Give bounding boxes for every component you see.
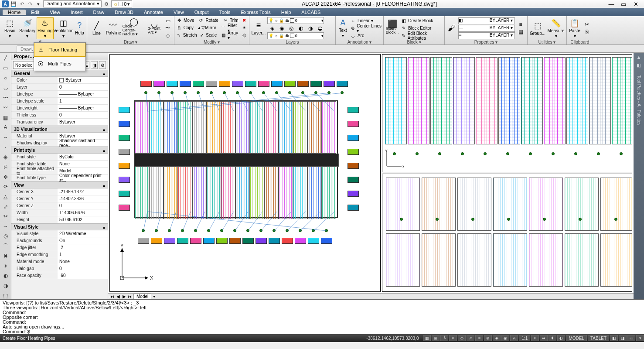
maximize-button[interactable]: ▭ (619, 1, 628, 7)
workspace-selector[interactable]: Drafting and Annotation ▾ (43, 0, 102, 7)
multi-pipes-item[interactable]: ⦿Multi Pipes (34, 57, 85, 71)
fillet-icon[interactable]: ⌒ (220, 25, 227, 31)
polar-toggle-icon[interactable]: ✶ (449, 335, 457, 341)
strip-icon[interactable]: ◧ (637, 62, 641, 68)
snap-toggle-icon[interactable]: ▦ (423, 335, 431, 341)
panel-btn-icon[interactable]: ⚙ (99, 61, 106, 69)
tool-dim-icon[interactable]: ↔ (2, 134, 10, 141)
help-button[interactable]: ?Help (74, 17, 85, 39)
prop-row[interactable]: ColorByLayer (11, 77, 108, 84)
menu-express[interactable]: Express Tools (235, 10, 276, 15)
menu-annotate[interactable]: Annotate (139, 10, 168, 15)
layer-tool-icon[interactable]: ◉ (277, 24, 286, 32)
erase-icon[interactable]: ✖ (241, 18, 248, 23)
menu-output[interactable]: Output (189, 10, 214, 15)
tool-arc-icon[interactable]: ◡ (2, 84, 10, 92)
polyline-button[interactable]: 〰Polyline (106, 17, 122, 39)
array-icon[interactable]: ▦ (220, 33, 227, 38)
edit-attrs-button[interactable]: ✎Edit Block Attributes (400, 32, 443, 39)
prop-row[interactable]: Visual style2D Wireframe (11, 230, 108, 237)
menu-edit[interactable]: Edit (26, 10, 44, 15)
model-toggle[interactable]: MODEL (566, 335, 587, 341)
panel-btn-icon[interactable]: ◨ (91, 61, 98, 69)
tool-scale-icon[interactable]: ⤢ (2, 203, 10, 210)
menu-help[interactable]: Help (276, 10, 296, 15)
tool-misc-icon[interactable]: ◐ (2, 272, 10, 280)
prop-section[interactable]: Visual Style▴ (11, 223, 108, 230)
line-button[interactable]: ╱Line (89, 17, 105, 39)
layer-tool-icon[interactable]: ◎ (286, 24, 296, 32)
tool-region-icon[interactable]: ◈ (2, 154, 10, 161)
tool-explode-icon[interactable]: ✴ (2, 262, 10, 270)
rotate-icon[interactable]: ⟳ (198, 18, 204, 23)
viewport-left[interactable]: XY (109, 54, 381, 292)
basic-button[interactable]: ⬚Basic▾ (1, 17, 18, 39)
scale-icon[interactable]: ⤢ (198, 33, 205, 38)
text-button[interactable]: AText▾ (337, 17, 349, 39)
layer-tool-icon[interactable]: ◒ (315, 24, 325, 32)
prop-row[interactable]: Material modeNone (11, 258, 108, 265)
prop-row[interactable]: Thickness0 (11, 112, 108, 119)
first-icon[interactable]: ⏮ (109, 294, 115, 299)
qat-undo-icon[interactable]: ↶ (18, 0, 25, 7)
scale-display[interactable]: 1:1 (519, 335, 530, 341)
spline-icon[interactable]: 〜 (163, 24, 173, 32)
qat-redo-icon[interactable]: ↷ (27, 0, 34, 7)
copy-clip-icon[interactable]: ⎘ (582, 28, 592, 36)
mirror-icon[interactable]: ▲▽ (197, 25, 204, 30)
viewport-bottom-right[interactable] (382, 174, 632, 292)
model-tab[interactable]: Model (133, 294, 151, 299)
last-icon[interactable]: ⏭ (127, 294, 133, 299)
prop-section[interactable]: 3D Visualization▴ (11, 126, 108, 133)
arc-button[interactable]: ◡3-Point Arc ▾ (146, 17, 162, 39)
qp-toggle-icon[interactable]: ◈ (493, 335, 501, 341)
prop-row[interactable]: TransparencyByLayer (11, 119, 108, 126)
create-block-button[interactable]: ◧Create Block (400, 17, 443, 24)
match-props-button[interactable]: 🖌 (446, 17, 457, 39)
sb-icon[interactable]: ⬌ (540, 335, 548, 341)
sc-toggle-icon[interactable]: ◉ (501, 335, 509, 341)
color-selector[interactable]: ◧BYLAYER ▾ (458, 17, 515, 24)
sb-icon[interactable]: ◧ (610, 335, 618, 341)
ventilation-button[interactable]: ◫Ventilation▾ (55, 17, 73, 39)
menu-alcads[interactable]: ALCADS (296, 10, 326, 15)
ellipse-icon[interactable]: ⬭ (163, 32, 173, 39)
qat-save-icon[interactable]: 💾 (10, 0, 17, 7)
tool-rect-icon[interactable]: ▭ (2, 65, 10, 72)
paste-button[interactable]: 📋Paste▾ (568, 17, 581, 39)
sb-icon[interactable]: ◨ (619, 335, 627, 341)
layout-dropdown[interactable]: ▾ (151, 294, 157, 299)
prop-row[interactable]: Linetype———— ByLayer (11, 91, 108, 98)
lwt-toggle-icon[interactable]: ≡ (475, 335, 483, 341)
menu-insert[interactable]: Insert (65, 10, 88, 15)
prop-row[interactable]: Print table typeColor-dependent print st… (11, 174, 108, 181)
layer-tool-icon[interactable]: ◐ (296, 24, 306, 32)
sb-icon[interactable]: ▭ (627, 335, 635, 341)
heating-button[interactable]: ♨Heating▾ (37, 17, 54, 39)
menu-draw3d[interactable]: Draw 3D (109, 10, 139, 15)
otrack-toggle-icon[interactable]: ↗ (467, 335, 474, 341)
prop-row[interactable]: BackgroundsOn (11, 237, 108, 244)
tool-line-icon[interactable]: ╱ (2, 55, 10, 62)
tool-circle-icon[interactable]: ○ (2, 74, 10, 82)
drawing-canvas[interactable]: XY XY ⏮ ◀ ▶ ⏭ Model ▾ (108, 53, 634, 299)
prop-row[interactable]: Layer0 (11, 84, 108, 91)
props-icon[interactable]: ≡ (516, 21, 525, 28)
osnap-toggle-icon[interactable]: ◇ (458, 335, 466, 341)
insert-block-button[interactable]: ⬛Insert Block... (385, 17, 399, 39)
dyn-toggle-icon[interactable]: ⊕ (484, 335, 492, 341)
qat-settings-icon[interactable]: ▾ (35, 0, 42, 7)
tool-misc-icon[interactable]: ⬚ (2, 292, 10, 299)
command-line[interactable]: Viewports: [(?) to list/Save/Restore/Del… (0, 299, 644, 334)
prop-row[interactable]: Height53786.6102 (11, 216, 108, 223)
sb-icon[interactable]: ✦ (531, 335, 539, 341)
lineweight-selector[interactable]: ━BYLAYER ▾ (458, 32, 515, 39)
copy-icon[interactable]: ⎘ (176, 25, 183, 30)
tool-erase-icon[interactable]: ✖ (2, 253, 10, 260)
next-icon[interactable]: ▶ (121, 294, 127, 299)
menu-view2[interactable]: View (168, 10, 189, 15)
layer-selector-2[interactable]: 💡 ☼ 🔒 🖶 0▾ (267, 32, 324, 39)
tool-fillet-icon[interactable]: ⌒ (2, 243, 10, 250)
prop-row[interactable]: Shadow displayShadows cast and rece... (11, 140, 108, 147)
prop-row[interactable]: Print styleByColor (11, 154, 108, 161)
